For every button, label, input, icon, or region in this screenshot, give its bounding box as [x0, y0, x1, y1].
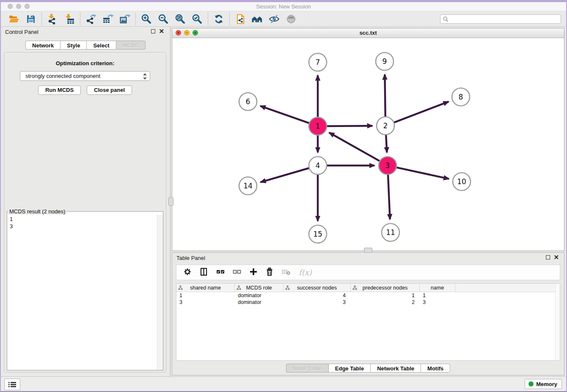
graph-edge-3-1[interactable] — [329, 133, 382, 162]
table-cell[interactable]: 3 — [176, 299, 235, 306]
tab-select[interactable]: Select — [86, 41, 116, 50]
export-table-icon[interactable] — [102, 13, 114, 25]
graph-node-label-3: 3 — [385, 161, 390, 170]
deselect-all-icon[interactable] — [233, 269, 241, 276]
table-toolbar: f(x) — [176, 265, 560, 280]
memory-button[interactable]: Memory — [525, 379, 562, 389]
column-sort-icon — [352, 285, 357, 290]
table-cell[interactable]: 4 — [284, 292, 351, 299]
mcds-result-item[interactable]: 1 — [10, 215, 154, 223]
float-panel-icon[interactable] — [151, 29, 155, 33]
vertical-splitter-grip[interactable] — [168, 197, 173, 206]
column-header-MCDS-role[interactable]: MCDS role — [235, 284, 284, 292]
table-tab-motifs[interactable]: Motifs — [421, 364, 450, 373]
memory-button-label: Memory — [536, 381, 557, 387]
hide-selected-icon[interactable] — [268, 13, 280, 25]
main-toolbar — [1, 11, 566, 27]
column-sort-icon — [178, 285, 183, 290]
delete-table-icon-disabled — [281, 268, 291, 277]
table-panel-tabs: Node TableEdge TableNetwork TableMotifs — [172, 364, 564, 373]
table-cell[interactable]: 1 — [176, 292, 235, 299]
close-panel-button[interactable]: Close panel — [87, 86, 132, 95]
show-panels-list-button[interactable] — [4, 378, 20, 390]
column-header-name[interactable]: name — [420, 284, 455, 292]
mcds-result-title: MCDS result (2 nodes) — [8, 208, 66, 215]
table-cell[interactable]: 3 — [420, 299, 455, 306]
tab-style[interactable]: Style — [60, 41, 86, 50]
optimization-select[interactable]: strongly connected component — [20, 71, 150, 81]
table-cell[interactable]: 1 — [420, 292, 455, 299]
graph-node-label-10: 10 — [457, 177, 466, 186]
table-panel-title: Table Panel — [176, 255, 205, 261]
mcds-panel: Optimization criterion: strongly connect… — [4, 52, 166, 373]
select-all-icon[interactable] — [216, 269, 225, 276]
column-header-successor-nodes[interactable]: successor nodes — [284, 284, 351, 292]
column-header-predecessor-nodes[interactable]: predecessor nodes — [351, 284, 420, 292]
control-panel-tabs: NetworkStyleSelectMCDS — [1, 41, 170, 50]
zoom-selected-icon[interactable] — [191, 13, 203, 25]
zoom-out-icon[interactable] — [157, 13, 169, 25]
import-table-icon[interactable] — [63, 13, 75, 25]
result-scrollbar[interactable] — [157, 215, 163, 370]
export-image-icon[interactable] — [119, 13, 131, 25]
network-close-icon[interactable]: × — [176, 30, 181, 36]
import-network-icon[interactable] — [47, 13, 58, 25]
mcds-result-item[interactable]: 3 — [10, 223, 154, 230]
apply-layout-icon[interactable] — [213, 13, 225, 25]
graph-edge-1-2[interactable] — [325, 126, 372, 126]
tab-mcds[interactable]: MCDS — [116, 41, 146, 50]
optimization-criterion-label: Optimization criterion: — [4, 60, 166, 66]
table-tab-node-table[interactable]: Node Table — [286, 364, 328, 373]
table-cell[interactable]: 2 — [351, 299, 420, 306]
function-builder-icon: f(x) — [299, 268, 312, 277]
table-cell[interactable]: 3 — [284, 299, 351, 306]
new-network-from-selection-icon[interactable] — [234, 13, 246, 25]
table-cell[interactable]: 1 — [351, 292, 420, 299]
network-minimize-icon[interactable]: − — [184, 30, 190, 36]
show-column-icon[interactable] — [200, 268, 208, 278]
search-input[interactable] — [440, 14, 561, 24]
close-panel-icon[interactable]: ✕ — [159, 28, 164, 35]
column-sort-icon — [237, 285, 241, 290]
table-tab-edge-table[interactable]: Edge Table — [328, 364, 370, 373]
graph-edge-2-8[interactable] — [392, 102, 449, 123]
table-header-row: shared nameMCDS rolesuccessor nodesprede… — [176, 284, 560, 292]
tab-network[interactable]: Network — [25, 41, 60, 50]
window-title: Session: New Session — [1, 3, 566, 10]
application-window: Session: New Session — [0, 0, 567, 392]
graph-edge-2-9[interactable] — [385, 75, 385, 119]
create-column-plus-icon[interactable] — [249, 268, 258, 278]
graph-node-label-11: 11 — [386, 228, 395, 237]
graph-edge-2-3[interactable] — [386, 133, 387, 152]
first-neighbors-icon[interactable] — [251, 13, 263, 25]
zoom-fit-icon[interactable] — [174, 13, 186, 25]
close-table-panel-icon[interactable]: ✕ — [553, 254, 559, 261]
graph-edge-3-11[interactable] — [388, 172, 390, 219]
delete-column-trash-icon[interactable] — [266, 268, 273, 278]
network-graph[interactable]: 7968124314101511 — [172, 38, 564, 251]
export-network-icon[interactable] — [85, 13, 97, 25]
table-row[interactable]: 1dominator411 — [176, 292, 560, 299]
zoom-in-icon[interactable] — [140, 13, 152, 25]
network-maximize-icon[interactable]: + — [193, 30, 198, 36]
graph-edge-4-14[interactable] — [261, 167, 311, 182]
graph-node-label-2: 2 — [383, 121, 388, 130]
run-mcds-button[interactable]: Run MCDS — [38, 86, 81, 95]
save-session-icon[interactable] — [25, 13, 37, 25]
table-tab-network-table[interactable]: Network Table — [370, 364, 421, 373]
show-all-icon[interactable] — [285, 13, 297, 25]
float-table-panel-icon[interactable] — [546, 255, 550, 259]
mcds-result-list[interactable]: 13 — [7, 215, 157, 370]
graph-edge-3-10[interactable] — [394, 167, 449, 179]
node-table: shared nameMCDS rolesuccessor nodesprede… — [176, 283, 560, 361]
network-canvas[interactable]: 7968124314101511 — [172, 38, 564, 251]
table-scrollbar[interactable] — [555, 284, 560, 360]
horizontal-splitter-grip[interactable] — [364, 248, 372, 253]
table-cell[interactable]: dominator — [235, 292, 284, 299]
graph-edge-1-6[interactable] — [260, 106, 311, 124]
table-cell[interactable]: dominator — [235, 299, 284, 306]
open-session-icon[interactable] — [8, 13, 20, 25]
table-settings-gear-icon[interactable] — [183, 268, 192, 278]
table-row[interactable]: 3dominator323 — [176, 299, 560, 306]
column-header-shared-name[interactable]: shared name — [176, 284, 235, 292]
